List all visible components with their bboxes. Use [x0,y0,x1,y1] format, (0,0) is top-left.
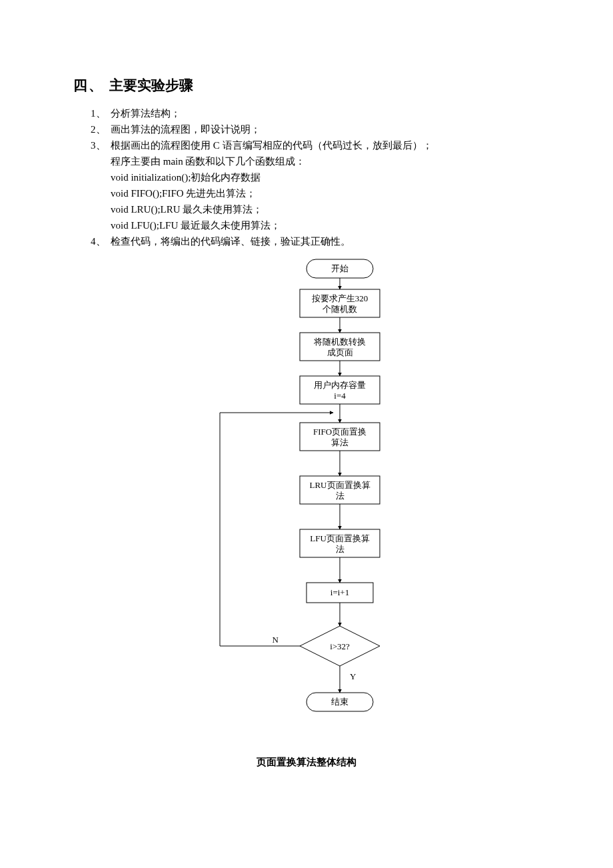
item-marker: 1、 [91,105,111,121]
sub-line: void FIFO();FIFO 先进先出算法； [111,185,540,201]
item-text: 检查代码，将编出的代码编译、链接，验证其正确性。 [111,233,540,249]
flow-end-label: 结束 [331,697,348,707]
list-item: 3、 根据画出的流程图使用 C 语言编写相应的代码（代码过长，放到最后）； [91,137,540,153]
document-page: 四、主要实验步骤 1、 分析算法结构； 2、 画出算法的流程图，即设计说明； 3… [0,0,613,868]
sub-line: void LFU();LFU 最近最久未使用算法； [111,217,540,233]
flowchart-caption: 页面置换算法整体结构 [73,756,540,769]
step-list: 1、 分析算法结构； 2、 画出算法的流程图，即设计说明； 3、 根据画出的流程… [91,105,540,249]
item-text: 画出算法的流程图，即设计说明； [111,121,540,137]
item-marker: 2、 [91,121,111,137]
sub-line: 程序主要由 main 函数和以下几个函数组成： [111,153,540,169]
flow-start-label: 开始 [331,263,348,273]
item-marker: 3、 [91,137,111,153]
item-marker: 4、 [91,233,111,249]
sub-line: void LRU();LRU 最久未使用算法； [111,201,540,217]
sub-line: void initialization();初始化内存数据 [111,169,540,185]
list-item: 2、 画出算法的流程图，即设计说明； [91,121,540,137]
flow-cond-label: i>32? [330,641,350,651]
flow-yes-label: Y [350,671,356,681]
heading-number: 四、 [73,77,104,93]
section-heading: 四、主要实验步骤 [73,76,540,95]
flow-no-label: N [273,635,279,645]
list-item: 4、 检查代码，将编出的代码编译、链接，验证其正确性。 [91,233,540,249]
flowchart-svg: 开始 按要求产生320个随机数 将随机数转换成页面 用户内存容量i=4 FIFO… [167,256,446,749]
item-text: 分析算法结构； [111,105,540,121]
heading-text: 主要实验步骤 [109,77,193,93]
flow-inc-label: i=i+1 [330,587,349,597]
item-text: 根据画出的流程图使用 C 语言编写相应的代码（代码过长，放到最后）； [111,137,540,153]
flowchart-container: 开始 按要求产生320个随机数 将随机数转换成页面 用户内存容量i=4 FIFO… [73,256,540,749]
list-item: 1、 分析算法结构； [91,105,540,121]
